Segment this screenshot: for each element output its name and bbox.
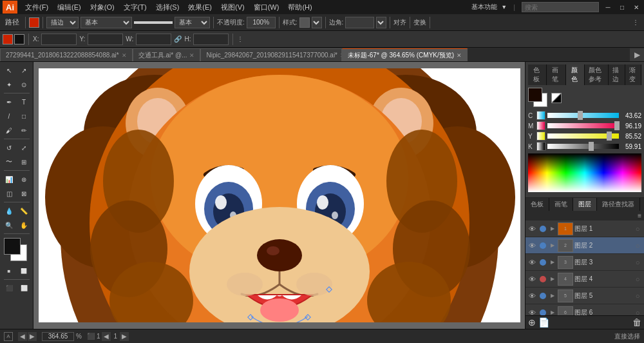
layers-tab[interactable]: 图层 xyxy=(573,198,597,211)
swatches-tab-2[interactable]: 色板 xyxy=(526,198,549,211)
layer-3-expand[interactable]: ▶ xyxy=(549,259,556,266)
stroke-profile-select[interactable]: 基本 xyxy=(175,17,210,28)
h-input[interactable] xyxy=(193,34,229,45)
transparency-tab[interactable]: 渐变 xyxy=(625,64,641,85)
free-transform-tool[interactable]: ⊞ xyxy=(17,155,32,169)
layer-2-expand[interactable]: ▶ xyxy=(549,242,556,250)
layer-5-options[interactable]: ○ xyxy=(632,291,643,301)
restore-button[interactable]: □ xyxy=(617,2,627,12)
zoom-input[interactable]: 364.65 xyxy=(42,332,74,341)
menu-view[interactable]: 视图(V) xyxy=(217,0,249,14)
gradient-mode-btn[interactable]: ⬜ xyxy=(17,264,32,278)
color-spectrum[interactable] xyxy=(528,153,641,192)
prev-page-btn[interactable]: ◀ xyxy=(18,332,27,341)
corner-value[interactable]: 0 mm xyxy=(345,17,374,28)
lasso-tool[interactable]: ⊙ xyxy=(17,77,32,92)
tab-3-close[interactable]: ✕ xyxy=(457,52,462,59)
layer-1-expand[interactable]: ▶ xyxy=(549,225,556,233)
tab-2[interactable]: Nipic_29842067_20190829115417377000.ai* … xyxy=(200,48,342,61)
corner-unit-select[interactable]: ▼ xyxy=(376,17,386,28)
layer-3-visibility[interactable]: 👁 xyxy=(527,257,537,268)
canvas-area[interactable] xyxy=(33,62,525,329)
scale-tool[interactable]: ⤢ xyxy=(17,141,32,155)
pathfinder-tab[interactable]: 路径查找器 xyxy=(597,198,640,211)
next-page-btn[interactable]: ▶ xyxy=(28,332,37,341)
layer-5-expand[interactable]: ▶ xyxy=(549,292,556,300)
stroke-color-swatch[interactable] xyxy=(29,17,39,28)
menu-help[interactable]: 帮助(H) xyxy=(284,0,316,14)
tab-0[interactable]: 27299441_20180613222088854088.ai* ✕ xyxy=(0,48,133,61)
measure-tool[interactable]: 📏 xyxy=(17,204,32,218)
screen-mode-btn[interactable]: ⬛ xyxy=(2,281,17,295)
chart-tool[interactable]: 📊 xyxy=(2,172,17,186)
menu-edit[interactable]: 编辑(E) xyxy=(53,0,85,14)
layers-make-sublayer-btn[interactable]: ⊕ xyxy=(528,317,536,328)
style-swatch[interactable] xyxy=(299,17,310,28)
hand-tool[interactable]: ✋ xyxy=(17,218,32,232)
layer-4-expand[interactable]: ▶ xyxy=(549,275,556,283)
menu-file[interactable]: 文件(F) xyxy=(21,0,52,14)
m-slider-track[interactable] xyxy=(547,123,619,128)
layer-6-visibility[interactable]: 👁 xyxy=(527,308,537,316)
pen-tool[interactable]: ✒ xyxy=(2,95,17,109)
layer-6-options[interactable]: ○ xyxy=(632,308,643,316)
style-select[interactable]: ▼ xyxy=(312,17,322,28)
color-tab[interactable]: 颜色 xyxy=(566,64,585,85)
fg-color-swatch[interactable] xyxy=(528,88,542,102)
pencil-tool[interactable]: ✏ xyxy=(17,123,32,137)
none-swatch[interactable] xyxy=(551,93,562,103)
color-mode-btn[interactable]: ■ xyxy=(2,264,17,278)
foreground-color-box[interactable] xyxy=(4,238,21,255)
layer-4-visibility[interactable]: 👁 xyxy=(527,274,537,284)
tabs-overflow-arrow[interactable]: ▶ xyxy=(630,48,644,61)
mesh-tool[interactable]: ⊠ xyxy=(17,186,32,201)
layer-item-4[interactable]: 👁 ▶ 4 图层 4 ○ xyxy=(526,271,644,288)
menu-effect[interactable]: 效果(E) xyxy=(184,0,216,14)
tab-0-close[interactable]: ✕ xyxy=(122,52,127,59)
layer-item-6[interactable]: 👁 ▶ 6 图层 6 ○ xyxy=(526,304,644,315)
warp-tool[interactable]: 〜 xyxy=(2,155,17,169)
stroke-width-select[interactable]: 描边 xyxy=(46,17,79,28)
y-slider-thumb[interactable] xyxy=(607,132,612,141)
layer-item-3[interactable]: 👁 ▶ 3 图层 3 ○ xyxy=(526,254,644,271)
direct-select-tool[interactable]: ↗ xyxy=(17,63,32,77)
selection-tool[interactable]: ↖ xyxy=(2,63,17,77)
x-input[interactable] xyxy=(41,34,77,45)
brushes-tab-2[interactable]: 画笔 xyxy=(549,198,573,211)
menu-select[interactable]: 选择(S) xyxy=(152,0,184,14)
lock-aspect-icon[interactable]: 🔗 xyxy=(174,35,182,43)
k-slider-track[interactable] xyxy=(547,144,619,149)
layer-2-options[interactable]: ○ xyxy=(632,240,643,251)
more-options-btn[interactable]: ⋮ xyxy=(630,16,641,29)
appearance-tab[interactable]: 描边 xyxy=(609,64,625,85)
minimize-button[interactable]: ─ xyxy=(603,2,613,12)
layers-delete-btn[interactable]: 🗑 xyxy=(632,317,641,328)
menu-window[interactable]: 窗口(W) xyxy=(250,0,283,14)
menu-object[interactable]: 对象(O) xyxy=(86,0,118,14)
swatches-tab[interactable]: 色板 xyxy=(528,64,547,85)
line-tool[interactable]: / xyxy=(2,109,17,123)
layer-item-2[interactable]: 👁 ▶ 2 图层 2 ○ xyxy=(526,237,644,254)
layer-4-options[interactable]: ○ xyxy=(632,274,643,284)
magic-wand-tool[interactable]: ✦ xyxy=(2,77,17,92)
color-guide-tab[interactable]: 颜色参考 xyxy=(585,64,609,85)
search-input[interactable] xyxy=(522,2,599,12)
layer-2-visibility[interactable]: 👁 xyxy=(527,240,537,251)
gradient-tool[interactable]: ◫ xyxy=(2,186,17,201)
type-tool[interactable]: T xyxy=(17,95,32,109)
menu-type[interactable]: 文字(T) xyxy=(120,0,151,14)
close-button[interactable]: ✕ xyxy=(631,2,641,12)
rect-tool[interactable]: □ xyxy=(17,109,32,123)
layer-6-expand[interactable]: ▶ xyxy=(549,309,556,316)
tab-3[interactable]: 未标题-67* @ 364.65% (CMYK/预览) ✕ xyxy=(342,48,468,61)
brushes-tab[interactable]: 画笔 xyxy=(547,64,565,85)
opacity-input[interactable] xyxy=(247,17,276,28)
layer-1-options[interactable]: ○ xyxy=(632,224,643,234)
layers-new-layer-btn[interactable]: 📄 xyxy=(538,317,549,328)
rotate-tool[interactable]: ↺ xyxy=(2,141,17,155)
tab-1[interactable]: 交通工具.ai* @... ✕ xyxy=(133,48,201,61)
layer-3-options[interactable]: ○ xyxy=(632,257,643,268)
paint-brush[interactable]: 🖌 xyxy=(2,123,17,137)
w-input[interactable] xyxy=(136,34,171,45)
zoom-tool[interactable]: 🔍 xyxy=(2,218,17,232)
